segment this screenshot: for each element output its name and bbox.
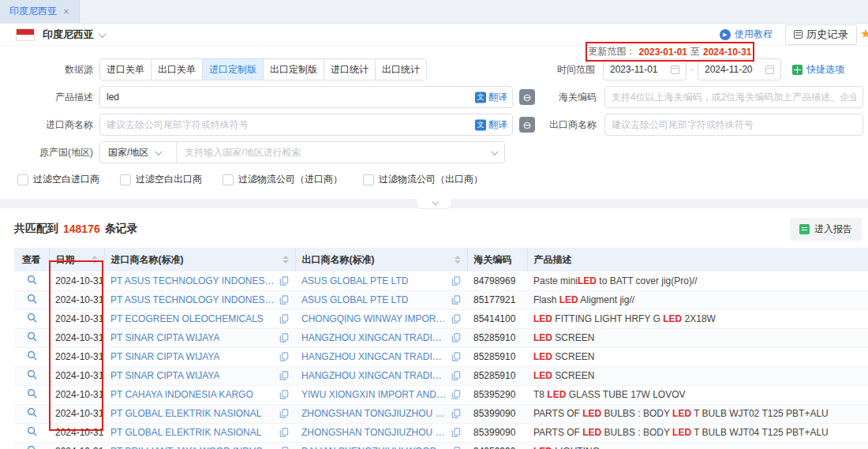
report-label: 进入报告 [814,223,852,236]
importer-link[interactable]: PT SINAR CIPTA WIJAYA [110,351,219,362]
end-date-input[interactable]: 2024-11-20 [698,58,781,80]
copy-icon[interactable] [279,409,289,418]
exporter-link[interactable]: YIWU XIONGXIN IMPORT AND EXPORT... [301,389,447,400]
importer-link[interactable]: PT ECOGREEN OLEOCHEMICALS [110,313,264,324]
exporter-link[interactable]: ASUS GLOBAL PTE LTD [301,275,408,286]
importer-link[interactable]: PT ASUS TECHNOLOGY INDONESIA BA... [110,275,275,286]
tab-close-icon[interactable]: × [63,6,69,17]
view-record-button[interactable] [27,369,37,380]
copy-icon[interactable] [451,295,461,305]
exact-match-icon[interactable]: ⊖ [519,89,535,105]
checkbox-icon[interactable] [120,174,131,185]
view-record-button[interactable] [27,331,37,342]
sort-icon[interactable] [92,256,98,264]
date-cell: 2024-10-31 [49,423,104,442]
data-source-tab-0[interactable]: 进口关单 [100,59,151,80]
exporter-link[interactable]: CHONGQING WINWAY IMPORT AND E... [301,313,447,324]
importer-link[interactable]: PT GLOBAL ELEKTRIK NASIONAL [110,427,261,438]
view-record-button[interactable] [27,294,37,304]
filter-checkbox-0[interactable]: 过滤空白进口商 [17,173,99,186]
translate-button[interactable]: 文 翻译 [475,118,507,132]
origin-search-placeholder[interactable]: 支持输入国家/地区进行检索 [177,146,491,159]
copy-icon[interactable] [451,371,461,380]
data-source-tab-5[interactable]: 出口统计 [375,59,426,80]
checkbox-icon[interactable] [363,174,374,185]
start-date-input[interactable]: 2023-11-01 [603,58,687,80]
exporter-name-label: 出口商名称 [535,118,597,132]
history-button[interactable]: 历史记录 [785,24,857,45]
magnifier-icon [27,407,37,417]
translate-button[interactable]: 文 翻译 [475,91,507,104]
importer-link[interactable]: PT GLOBAL ELEKTRIK NASIONAL [110,408,261,419]
data-source-tab-2[interactable]: 进口定制版 [202,59,263,80]
quick-options-link[interactable]: 快捷选项 [792,63,844,77]
view-record-button[interactable] [27,350,37,361]
date-cell: 2024-10-31 [49,290,104,309]
view-record-button[interactable] [27,426,37,436]
copy-icon[interactable] [451,390,461,399]
copy-icon[interactable] [451,314,461,324]
copy-icon[interactable] [451,276,461,286]
column-header-2[interactable]: 进口商名称(标准) [104,248,295,271]
tab-indonesia[interactable]: 印度尼西亚 × [0,0,80,23]
exporter-link[interactable]: HANGZHOU XINGCAN TRADING CO LTD [301,370,447,381]
country-dropdown[interactable] [99,29,104,40]
product-desc-input[interactable] [99,86,513,108]
copy-icon[interactable] [279,352,289,361]
copy-icon[interactable] [279,333,289,342]
date-cell: 2024-10-31 [49,309,104,328]
copy-icon[interactable] [279,276,289,286]
copy-icon[interactable] [279,428,289,437]
hs-code-input[interactable] [604,86,863,108]
exporter-link[interactable]: HANGZHOU XINGCAN TRADING CO LTD [301,332,447,343]
copy-icon[interactable] [279,390,289,399]
data-source-tab-3[interactable]: 出口定制版 [263,59,324,80]
chevron-down-icon [432,199,439,205]
sort-icon[interactable] [455,256,461,264]
copy-icon[interactable] [451,409,461,418]
checkbox-icon[interactable] [17,174,28,185]
exporter-link[interactable]: DALIAN SHENGZHIHUI WOOD INDUST... [301,446,447,449]
copy-icon[interactable] [451,352,461,361]
importer-name-input[interactable] [99,114,513,136]
view-record-button[interactable] [27,388,37,398]
column-header-1[interactable]: 日期 [49,248,104,271]
exporter-link[interactable]: ZHONGSHAN TONGJIUZHOU INTERNA... [301,408,447,419]
importer-link[interactable]: PT ASUS TECHNOLOGY INDONESIA BA... [110,294,275,305]
checkbox-icon[interactable] [223,174,234,185]
data-source-tab-4[interactable]: 进口统计 [324,59,375,80]
data-source-tab-1[interactable]: 出口关单 [151,59,202,80]
origin-country-select[interactable]: 国家/地区 [100,142,177,163]
view-record-button[interactable] [27,407,37,417]
hs-code-cell: 85285910 [467,366,527,385]
view-record-button[interactable] [27,275,37,285]
exporter-name-input[interactable] [604,114,863,136]
column-header-3[interactable]: 出口商名称(标准) [295,248,467,271]
filter-checkbox-1[interactable]: 过滤空白出口商 [120,173,202,186]
view-record-button[interactable] [27,445,37,449]
hs-code-cell: 85414100 [467,309,527,328]
origin-country-control: 国家/地区 支持输入国家/地区进行检索 [99,141,505,163]
importer-link[interactable]: PT SINAR CIPTA WIJAYA [110,370,219,381]
exact-match-icon[interactable]: ⊖ [519,117,535,133]
copy-icon[interactable] [451,428,461,437]
tutorial-link[interactable]: ▶ 使用教程 [720,28,773,41]
exporter-link[interactable]: ZHONGSHAN TONGJIUZHOU INTERNA... [301,427,447,438]
filter-checkbox-2[interactable]: 过滤物流公司（进口商） [223,173,342,186]
exporter-link[interactable]: ASUS GLOBAL PTE LTD [301,294,408,305]
exporter-link[interactable]: HANGZHOU XINGCAN TRADING CO LTD [301,351,447,362]
filter-checkbox-3[interactable]: 过滤物流公司（出口商） [363,173,483,186]
start-date-value: 2023-11-01 [610,64,658,75]
view-record-button[interactable] [27,312,37,323]
importer-link[interactable]: PT SINAR CIPTA WIJAYA [110,332,219,343]
copy-icon[interactable] [279,295,289,305]
copy-icon[interactable] [279,314,289,324]
tutorial-label: 使用教程 [735,28,773,41]
importer-link[interactable]: PT BRILLIANT JAYA WOOD INDUSTRY [110,446,275,449]
sort-icon[interactable] [282,256,289,264]
importer-link[interactable]: PT CAHAYA INDONESIA KARGO [110,389,253,400]
copy-icon[interactable] [279,371,289,380]
copy-icon[interactable] [451,333,461,342]
enter-report-button[interactable]: 进入报告 [790,218,862,241]
collapse-panel-button[interactable] [416,199,452,209]
